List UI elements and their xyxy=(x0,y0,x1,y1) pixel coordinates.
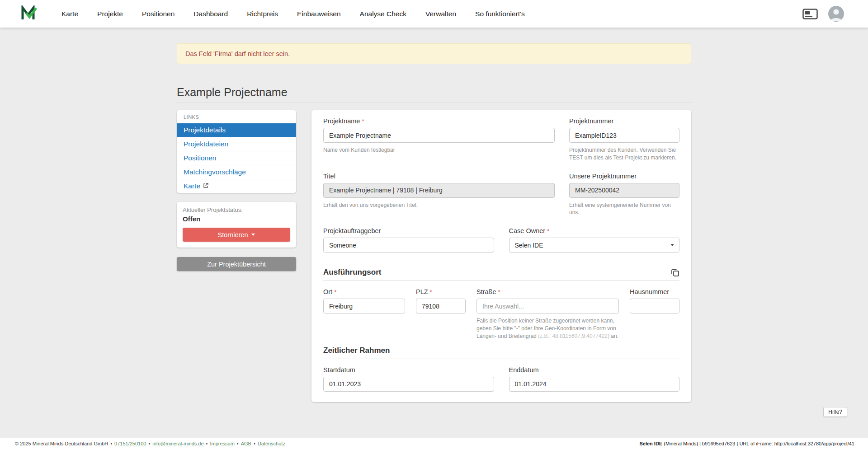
footer-link-datenschutz[interactable]: Datenschutz xyxy=(258,441,285,446)
titel-label: Titel xyxy=(323,173,555,180)
projektnummer-group: Projektnummer Projektnummer des Kunden. … xyxy=(569,117,679,162)
footer-separator: • xyxy=(148,441,150,446)
footer-session-info: Selen IDE (Mineral Minds) | b91695ed7623… xyxy=(639,441,854,446)
titel-help: Erhält den von uns vorgegebenen Titel. xyxy=(323,201,555,209)
projektnummer-input[interactable] xyxy=(569,128,679,143)
plz-input[interactable] xyxy=(416,299,466,313)
hausnummer-group: Hausnummer xyxy=(630,288,679,340)
plz-label: PLZ* xyxy=(416,288,466,296)
nav-item-analyse-check[interactable]: Analyse Check xyxy=(360,10,406,18)
projektname-input[interactable] xyxy=(323,128,555,143)
status-label: Aktueller Projektstatus: xyxy=(183,206,290,213)
hilfe-button[interactable]: Hilfe? xyxy=(823,407,847,417)
sidebar-item-matchingvorschlaege[interactable]: Matchingvorschläge xyxy=(177,165,296,179)
section-divider xyxy=(323,281,679,281)
alert-message: Das Feld 'Firma' darf nicht leer sein. xyxy=(185,50,290,57)
app-logo[interactable] xyxy=(21,5,38,22)
unsere-projektnummer-group: Unsere Projektnummer Erhält eine systemg… xyxy=(569,173,679,217)
nav-item-karte[interactable]: Karte xyxy=(61,10,78,18)
footer-link-impressum[interactable]: Impressum xyxy=(210,441,234,446)
unsere-projektnummer-label: Unsere Projektnummer xyxy=(569,173,679,180)
strasse-label: Straße* xyxy=(476,288,619,296)
main-content: Das Feld 'Firma' darf nicht leer sein. E… xyxy=(0,28,868,402)
projektauftraggeber-label: Projektauftraggeber xyxy=(323,227,494,235)
startdatum-input[interactable] xyxy=(323,377,494,392)
ort-label: Ort* xyxy=(323,288,405,296)
page-title: Example Projectname xyxy=(177,86,691,99)
zur-projektuebersicht-button[interactable]: Zur Projektübersicht xyxy=(177,257,296,271)
unsere-projektnummer-help: Erhält eine systemgenerierte Nummer von … xyxy=(569,201,679,217)
required-marker: * xyxy=(547,228,549,234)
strasse-group: Straße* Falls die Position keiner Straße… xyxy=(476,288,619,340)
footer-link-agb[interactable]: AGB xyxy=(241,441,251,446)
projektauftraggeber-input[interactable] xyxy=(323,238,494,253)
sidebar-item-label: Karte xyxy=(184,182,200,190)
sidebar-item-label: Projektdetails xyxy=(184,126,226,134)
hausnummer-input[interactable] xyxy=(630,299,679,313)
sidebar-links-card: LINKS Projektdetails Projektdateien Posi… xyxy=(177,110,296,193)
footer-separator: • xyxy=(206,441,208,446)
validation-alert: Das Feld 'Firma' darf nicht leer sein. xyxy=(177,43,691,64)
main-navigation: Karte Projekte Positionen Dashboard Rich… xyxy=(61,10,525,18)
navbar-right-actions xyxy=(802,5,844,22)
enddatum-label: Enddatum xyxy=(509,366,680,374)
strasse-input[interactable] xyxy=(476,299,619,313)
case-owner-select[interactable]: Selen IDE xyxy=(509,238,680,253)
footer-copyright: © 2025 Mineral Minds Deutschland GmbH xyxy=(15,441,108,446)
footer-link-phone[interactable]: 07151/250100 xyxy=(114,441,146,446)
zeitlicher-rahmen-heading: Zeitlicher Rahmen xyxy=(323,346,390,355)
chevron-down-icon xyxy=(251,234,255,236)
sidebar-item-label: Positionen xyxy=(184,154,216,162)
unsere-projektnummer-input xyxy=(569,183,679,198)
nav-item-dashboard[interactable]: Dashboard xyxy=(193,10,228,18)
status-value: Offen xyxy=(183,215,290,223)
sidebar-links-header: LINKS xyxy=(177,110,296,123)
startdatum-group: Startdatum xyxy=(323,366,494,392)
required-marker: * xyxy=(334,289,336,295)
page-footer: © 2025 Mineral Minds Deutschland GmbH • … xyxy=(0,438,868,449)
enddatum-input[interactable] xyxy=(509,377,680,392)
projektname-label: Projektname* xyxy=(323,117,555,125)
projektname-group: Projektname* Name vom Kunden festlegbar xyxy=(323,117,555,162)
nav-item-projekte[interactable]: Projekte xyxy=(97,10,123,18)
required-marker: * xyxy=(498,289,500,295)
ort-input[interactable] xyxy=(323,299,405,313)
projektnummer-label: Projektnummer xyxy=(569,117,679,125)
strasse-help: Falls die Position keiner Straße zugeord… xyxy=(476,317,619,340)
stornieren-button[interactable]: Stornieren xyxy=(183,228,290,242)
project-sidebar: LINKS Projektdetails Projektdateien Posi… xyxy=(177,110,296,271)
copy-icon[interactable] xyxy=(670,268,679,277)
required-marker: * xyxy=(362,118,364,125)
projektname-help: Name vom Kunden festlegbar xyxy=(323,146,555,154)
project-details-form: Projektname* Name vom Kunden festlegbar … xyxy=(311,110,691,402)
card-icon[interactable] xyxy=(802,9,818,19)
enddatum-group: Enddatum xyxy=(509,366,680,392)
projektnummer-help: Projektnummer des Kunden. Verwenden Sie … xyxy=(569,146,679,162)
titel-input xyxy=(323,183,555,198)
ort-group: Ort* xyxy=(323,288,405,340)
footer-link-email[interactable]: info@mineral-minds.de xyxy=(152,441,203,446)
sidebar-item-projektdateien[interactable]: Projektdateien xyxy=(177,137,296,151)
chevron-down-icon xyxy=(670,244,674,246)
stornieren-button-label: Stornieren xyxy=(218,231,248,239)
nav-item-richtpreis[interactable]: Richtpreis xyxy=(247,10,278,18)
nav-item-positionen[interactable]: Positionen xyxy=(142,10,175,18)
nav-item-verwalten[interactable]: Verwalten xyxy=(425,10,456,18)
ausfuehrungsort-heading: Ausführungsort xyxy=(323,268,381,277)
case-owner-selected-value: Selen IDE xyxy=(515,242,543,249)
mineral-minds-logo-icon xyxy=(21,5,38,22)
projektauftraggeber-group: Projektauftraggeber xyxy=(323,227,494,253)
nav-item-so-funktionierts[interactable]: So funktioniert's xyxy=(475,10,525,18)
plz-group: PLZ* xyxy=(416,288,466,340)
sidebar-item-karte[interactable]: Karte xyxy=(177,179,296,193)
nav-item-einbauweisen[interactable]: Einbauweisen xyxy=(297,10,341,18)
case-owner-label: Case Owner* xyxy=(509,227,680,235)
hausnummer-label: Hausnummer xyxy=(630,288,679,296)
sidebar-item-label: Projektdateien xyxy=(184,140,228,148)
sidebar-item-positionen[interactable]: Positionen xyxy=(177,151,296,165)
footer-separator: • xyxy=(254,441,255,446)
top-navbar: Karte Projekte Positionen Dashboard Rich… xyxy=(0,0,868,28)
footer-separator: • xyxy=(110,441,112,446)
user-avatar-icon[interactable] xyxy=(828,5,844,22)
sidebar-item-projektdetails[interactable]: Projektdetails xyxy=(177,123,296,137)
